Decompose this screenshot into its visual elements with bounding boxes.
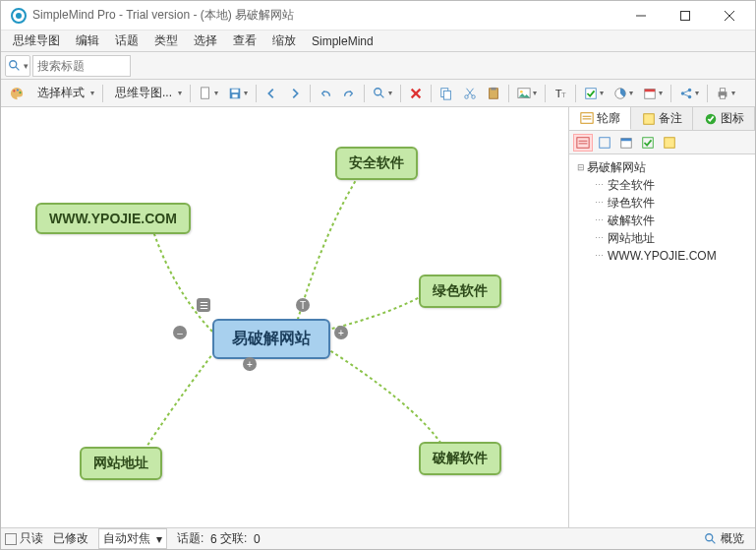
tab-icons[interactable]: 图标 <box>693 107 755 130</box>
preview-button[interactable]: 概览 <box>697 528 751 549</box>
svg-rect-11 <box>202 87 209 97</box>
outline-view-icons <box>569 131 755 154</box>
cut-button[interactable] <box>459 83 481 104</box>
svg-line-16 <box>380 93 384 97</box>
svg-rect-41 <box>720 88 725 92</box>
svg-rect-53 <box>621 138 632 141</box>
share-button[interactable]: ▾ <box>675 83 703 104</box>
tree-item[interactable]: ⋯网站地址 <box>571 229 753 247</box>
svg-rect-42 <box>720 94 725 98</box>
zoom-button[interactable]: ▾ <box>369 83 396 104</box>
minimize-button[interactable] <box>618 1 663 31</box>
svg-point-15 <box>375 88 381 94</box>
svg-rect-13 <box>232 89 239 92</box>
svg-rect-31 <box>586 88 597 98</box>
svg-rect-20 <box>443 91 450 99</box>
tab-outline[interactable]: 轮廓 <box>569 107 631 130</box>
new-button[interactable]: ▾ <box>195 83 222 104</box>
view-highlight-icon[interactable] <box>660 134 679 152</box>
svg-line-57 <box>712 539 716 543</box>
save-button[interactable]: ▾ <box>224 83 252 104</box>
progress-button[interactable]: ▾ <box>610 83 637 104</box>
handle-collapse-left[interactable]: – <box>173 326 187 339</box>
outline-tree[interactable]: ⊟易破解网站 ⋯安全软件 ⋯绿色软件 ⋯破解软件 ⋯网站地址 ⋯WWW.YPOJ… <box>569 154 755 527</box>
handle-tool[interactable]: ☰ <box>197 298 210 312</box>
svg-line-38 <box>684 91 688 92</box>
tree-item[interactable]: ⋯破解软件 <box>571 212 753 229</box>
menu-zoom[interactable]: 缩放 <box>264 31 304 51</box>
tree-item[interactable]: ⋯WWW.YPOJIE.COM <box>571 247 753 265</box>
view-check-icon[interactable] <box>595 134 614 152</box>
redo-button[interactable] <box>338 83 360 104</box>
nav-back-button[interactable] <box>261 83 282 104</box>
node-green-soft[interactable]: 绿色软件 <box>419 275 501 308</box>
svg-point-8 <box>13 90 15 92</box>
date-button[interactable]: ▾ <box>639 83 667 104</box>
node-center[interactable]: 易破解网站 <box>212 319 330 359</box>
svg-point-10 <box>19 92 21 93</box>
svg-rect-43 <box>580 113 592 124</box>
node-security[interactable]: 安全软件 <box>335 147 418 180</box>
menu-select[interactable]: 选择 <box>186 31 225 51</box>
node-crack-soft[interactable]: 破解软件 <box>419 442 501 475</box>
menu-topic[interactable]: 话题 <box>107 31 146 51</box>
svg-rect-46 <box>643 113 654 124</box>
menu-type[interactable]: 类型 <box>146 31 186 51</box>
handle-add-bottom[interactable]: + <box>243 357 257 371</box>
node-site-addr[interactable]: 网站地址 <box>80 447 162 480</box>
handle-add-right[interactable]: + <box>334 326 348 339</box>
svg-point-28 <box>520 90 523 92</box>
readonly-checkbox[interactable]: 只读 <box>5 530 43 547</box>
tree-item[interactable]: ⋯绿色软件 <box>571 194 753 212</box>
right-panel-tabs: 轮廓 备注 图标 <box>569 107 755 131</box>
app-icon <box>11 8 27 24</box>
node-url[interactable]: WWW.YPOJIE.COM <box>35 203 191 234</box>
toolbar: 选择样式▾ 思维导图...▾ ▾ ▾ ▾ ▾ TT ▾ ▾ ▾ ▾ ▾ <box>1 80 755 107</box>
text-button[interactable]: TT <box>550 83 571 104</box>
view-list-icon[interactable] <box>573 134 593 152</box>
svg-rect-34 <box>645 89 656 92</box>
dropdown-icon: ▾ <box>24 61 29 71</box>
mindmap-list-button[interactable]: 思维导图...▾ <box>107 83 186 104</box>
svg-rect-55 <box>665 137 675 148</box>
svg-rect-51 <box>600 137 611 148</box>
select-style-button[interactable]: 选择样式▾ <box>29 83 98 104</box>
svg-text:T: T <box>561 91 566 99</box>
tree-item[interactable]: ⋯安全软件 <box>571 176 753 194</box>
svg-rect-26 <box>491 87 495 90</box>
handle-link[interactable]: T <box>296 298 310 312</box>
delete-button[interactable] <box>405 83 427 104</box>
menu-mindmap[interactable]: 思维导图 <box>5 31 68 51</box>
mindmap-canvas[interactable]: WWW.YPOJIE.COM 安全软件 绿色软件 破解软件 网站地址 易破解网站… <box>1 107 568 527</box>
svg-point-6 <box>9 60 16 67</box>
menubar: 思维导图 编辑 话题 类型 选择 查看 缩放 SimpleMind <box>1 31 755 52</box>
print-button[interactable]: ▾ <box>712 83 739 104</box>
autofocus-select[interactable]: 自动对焦▾ <box>98 528 167 549</box>
view-done-icon[interactable] <box>638 134 658 152</box>
checkbox-button[interactable]: ▾ <box>580 83 608 104</box>
menu-view[interactable]: 查看 <box>225 31 264 51</box>
searchbar: ▾ <box>1 52 755 80</box>
search-zoom-button[interactable]: ▾ <box>5 55 30 77</box>
undo-button[interactable] <box>315 83 336 104</box>
window-title: SimpleMind Pro - Trial version - (本地) 易破… <box>32 7 618 24</box>
nav-forward-button[interactable] <box>284 83 306 104</box>
image-button[interactable]: ▾ <box>513 83 541 104</box>
svg-line-7 <box>15 66 19 70</box>
paste-button[interactable] <box>483 83 504 104</box>
topics-count: 话题: 6 交联: 0 <box>177 530 261 547</box>
search-input[interactable] <box>32 55 131 77</box>
main-area: WWW.YPOJIE.COM 安全软件 绿色软件 破解软件 网站地址 易破解网站… <box>1 107 755 527</box>
svg-rect-3 <box>680 11 689 20</box>
svg-line-23 <box>467 88 473 95</box>
menu-edit[interactable]: 编辑 <box>68 31 107 51</box>
copy-button[interactable] <box>436 83 457 104</box>
maximize-button[interactable] <box>663 1 707 31</box>
close-button[interactable] <box>707 1 751 31</box>
tab-notes[interactable]: 备注 <box>631 107 693 130</box>
svg-rect-14 <box>232 93 237 97</box>
view-date-icon[interactable] <box>616 134 636 152</box>
tree-root[interactable]: ⊟易破解网站 <box>571 158 753 176</box>
menu-simplemind[interactable]: SimpleMind <box>304 32 381 50</box>
palette-button[interactable] <box>6 83 28 104</box>
